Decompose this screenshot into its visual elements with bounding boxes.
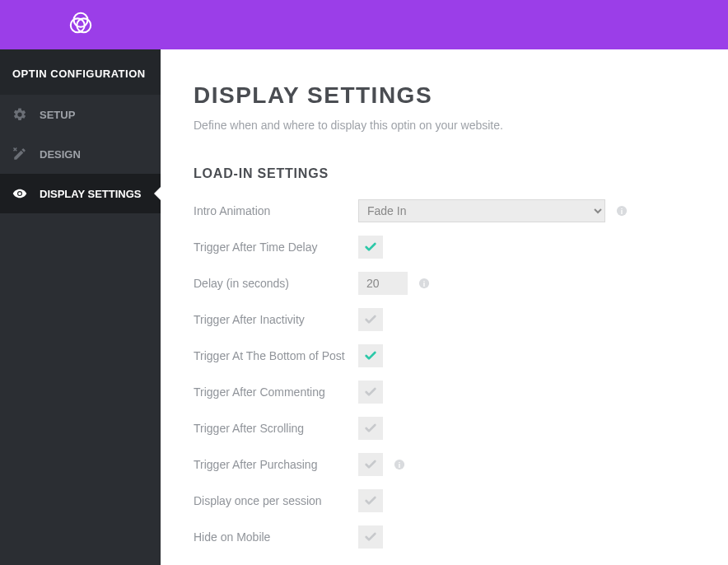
setting-trigger-bottom: Trigger At The Bottom of Post (194, 344, 695, 367)
info-icon[interactable]: i (393, 458, 406, 471)
sidebar-item-setup[interactable]: SETUP (0, 95, 161, 134)
eye-icon (12, 186, 27, 201)
sidebar-item-label: DESIGN (40, 148, 81, 161)
sidebar-item-display-settings[interactable]: DISPLAY SETTINGS (0, 174, 161, 213)
setting-label: Hide on Mobile (194, 530, 358, 544)
delay-seconds-input[interactable] (358, 272, 408, 295)
setting-trigger-inactivity: Trigger After Inactivity (194, 308, 695, 331)
intro-animation-select[interactable]: Fade In (358, 199, 605, 222)
sidebar: OPTIN CONFIGURATION SETUP DESIGN DISPLAY… (0, 0, 161, 565)
setting-label: Display once per session (194, 494, 358, 507)
setting-trigger-time-delay: Trigger After Time Delay (194, 236, 695, 259)
setting-delay-seconds: Delay (in seconds) i (194, 272, 695, 295)
sidebar-item-label: DISPLAY SETTINGS (40, 188, 142, 200)
setting-label: Trigger After Scrolling (194, 422, 358, 435)
sidebar-title: OPTIN CONFIGURATION (0, 49, 161, 95)
setting-trigger-scrolling: Trigger After Scrolling (194, 417, 695, 440)
logo-box (0, 0, 161, 49)
gear-icon (12, 107, 27, 122)
setting-intro-animation: Intro Animation Fade In i (194, 199, 695, 222)
setting-trigger-commenting: Trigger After Commenting (194, 381, 695, 404)
trigger-commenting-checkbox[interactable] (358, 381, 383, 404)
svg-text:i: i (621, 208, 623, 216)
setting-hide-mobile: Hide on Mobile (194, 525, 695, 549)
setting-label: Trigger After Time Delay (194, 240, 358, 254)
trigger-scrolling-checkbox[interactable] (358, 417, 383, 440)
trigger-inactivity-checkbox[interactable] (358, 308, 383, 331)
setting-label: Delay (in seconds) (194, 277, 358, 290)
setting-label: Trigger At The Bottom of Post (194, 349, 358, 362)
trigger-purchasing-checkbox[interactable] (358, 453, 383, 476)
display-once-checkbox[interactable] (358, 489, 383, 512)
setting-trigger-purchasing: Trigger After Purchasing i (194, 453, 695, 476)
page-title: DISPLAY SETTINGS (194, 82, 695, 109)
info-icon[interactable]: i (418, 277, 431, 290)
svg-text:i: i (399, 461, 400, 469)
sidebar-item-design[interactable]: DESIGN (0, 134, 161, 174)
setting-label: Trigger After Inactivity (194, 313, 358, 326)
setting-label: Trigger After Commenting (194, 385, 358, 399)
section-title: LOAD-IN SETTINGS (194, 166, 695, 181)
logo-icon (68, 11, 93, 39)
setting-label: Trigger After Purchasing (194, 458, 358, 471)
setting-label: Intro Animation (194, 204, 358, 217)
hide-mobile-checkbox[interactable] (358, 525, 383, 549)
svg-text:i: i (423, 280, 425, 288)
page-subtitle: Define when and where to display this op… (194, 119, 695, 132)
content: DISPLAY SETTINGS Define when and where t… (161, 49, 728, 565)
design-icon (12, 147, 27, 161)
info-icon[interactable]: i (615, 204, 628, 217)
main-container: DISPLAY SETTINGS Define when and where t… (161, 0, 728, 565)
trigger-time-delay-checkbox[interactable] (358, 236, 383, 259)
sidebar-item-label: SETUP (40, 109, 75, 121)
top-bar (161, 0, 728, 49)
setting-display-once: Display once per session (194, 489, 695, 512)
trigger-bottom-checkbox[interactable] (358, 344, 383, 367)
